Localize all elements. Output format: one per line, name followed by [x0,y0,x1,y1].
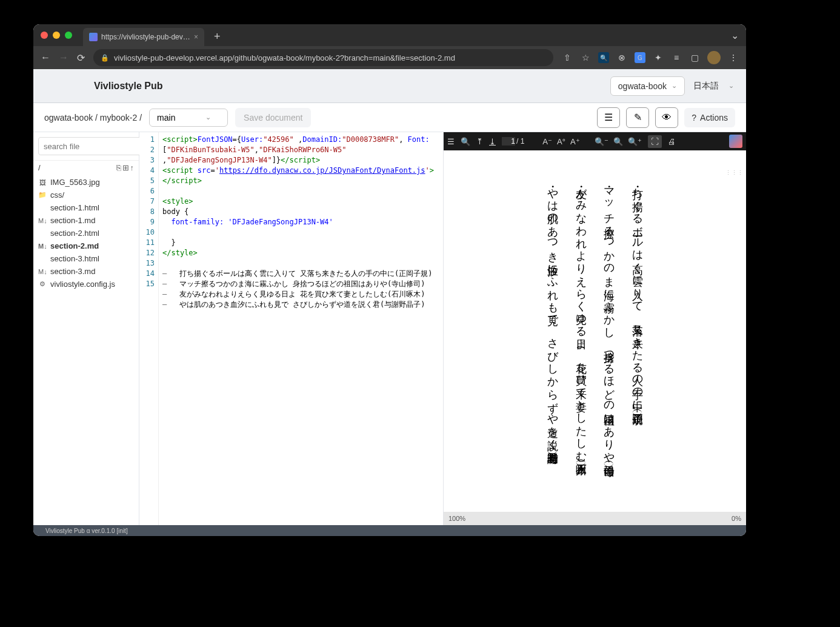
file-item[interactable]: 📁css/ [33,189,139,201]
hamburger-icon: ☰ [604,112,613,123]
file-type-icon: M↓ [38,217,47,224]
preview-button[interactable]: 👁 [655,107,678,128]
first-page-icon[interactable]: ⤒ [476,137,483,146]
edit-icon: ✎ [634,112,642,123]
upload-icon[interactable]: ↑ [130,163,135,172]
file-item[interactable]: section-3.html [33,252,139,265]
page-input[interactable] [502,137,515,146]
file-sidebar: ⟳ / ⎘ ⊞ ↑ 🖼IMG_5563.jpg📁css/section-1.ht… [33,132,139,525]
ext-icon-4[interactable]: ≡ [671,52,682,63]
preview-toolbar: ☰ 🔍 ⤒ ⤓ / 1 A⁻ A° A⁺ 🔍⁻ 🔍 🔍⁺ [444,132,746,150]
vivliostyle-logo-icon [729,135,742,148]
toc-icon[interactable]: ☰ [447,137,455,146]
ext-icon-1[interactable]: 🔍 [598,52,609,63]
actions-button[interactable]: ? Actions [684,108,735,127]
file-name: section-2.html [50,229,99,238]
extensions-icon[interactable]: ✦ [653,52,664,63]
file-name: IMG_5563.jpg [50,178,100,187]
zoom-fit-icon[interactable]: 🔍 [613,137,623,146]
file-name: section-3.html [50,254,99,263]
search-icon[interactable]: 🔍 [461,137,470,146]
bookmark-icon[interactable]: ☆ [580,52,591,63]
new-file-icon[interactable]: ⎘ [116,163,121,172]
tab-bar: https://vivliostyle-pub-develop × + ⌄ [33,24,746,46]
font-default-icon[interactable]: A° [557,137,565,146]
root-path: / [38,163,41,172]
edit-button[interactable]: ✎ [626,107,649,128]
app-header: Vivliostyle Pub ogwata-book ⌄ 日本語 ⌄ [33,69,746,103]
chevron-down-icon: ⌄ [205,113,211,121]
menu-button[interactable]: ☰ [597,107,620,128]
ext-icon-5[interactable]: ▢ [689,52,700,63]
fullscreen-icon[interactable]: ⛶ [648,135,662,148]
font-smaller-icon[interactable]: A⁻ [542,137,552,146]
share-icon[interactable]: ⇧ [562,52,573,63]
new-folder-icon[interactable]: ⊞ [122,163,129,172]
code-content[interactable]: <script>FontJSON={User:"42596" ,DomainID… [159,132,443,525]
maximize-window[interactable] [65,32,72,39]
zoom-left: 100% [448,515,465,522]
page-indicator: / 1 [502,137,524,146]
forward-button[interactable]: → [59,52,68,63]
menu-icon[interactable]: ⋮ [728,52,739,63]
help-icon: ? [692,113,696,122]
file-name: section-3.md [50,267,95,276]
browser-tab[interactable]: https://vivliostyle-pub-develop × [83,28,204,46]
tab-title: https://vivliostyle-pub-develop [101,33,190,41]
file-name: section-2.md [50,241,99,250]
brand-title: Vivliostyle Pub [94,81,163,92]
file-type-icon: 🖼 [38,179,47,186]
drag-handle-icon[interactable]: ⋮⋮⋮ [725,170,744,176]
print-icon[interactable]: 🖨 [668,137,676,146]
search-input[interactable] [38,137,151,155]
chevron-down-icon: ⌄ [672,82,677,90]
ext-icon-3[interactable]: G [635,52,645,63]
file-item[interactable]: 🖼IMG_5563.jpg [33,176,139,189]
reload-button[interactable]: ⟳ [77,52,85,64]
tabbar-overflow-icon[interactable]: ⌄ [731,30,739,41]
actions-label: Actions [700,113,728,122]
address-bar[interactable]: 🔒 vivliostyle-pub-develop.vercel.app/git… [93,49,553,66]
file-name: section-1.html [50,203,99,212]
lock-icon: 🔒 [101,54,109,62]
file-list: 🖼IMG_5563.jpg📁css/section-1.htmlM↓sectio… [33,175,139,292]
file-name: vivliostyle.config.js [50,280,115,289]
close-window[interactable] [41,32,48,39]
language-selector[interactable]: 日本語 ⌄ [693,81,734,92]
new-tab-button[interactable]: + [209,30,225,43]
zoom-out-icon[interactable]: 🔍⁻ [595,137,608,146]
file-name: css/ [50,190,64,200]
branch-selector[interactable]: main ⌄ [149,109,228,127]
app-toolbar: ogwata-book / mybook-2 / main ⌄ Save doc… [33,103,746,132]
profile-avatar[interactable] [707,51,721,64]
status-text: Vivliostyle Pub α ver.0.1.0 [init] [45,528,128,534]
file-item[interactable]: M↓section-3.md [33,265,139,278]
path-row: / ⎘ ⊞ ↑ [33,161,139,175]
file-item[interactable]: M↓section-1.md [33,214,139,227]
status-bar: Vivliostyle Pub α ver.0.1.0 [init] [33,525,746,536]
branch-name: main [157,113,175,122]
back-button[interactable]: ← [41,52,50,63]
repo-selector[interactable]: ogwata-book ⌄ [610,76,685,96]
file-item[interactable]: M↓section-2.md [33,240,139,252]
file-item[interactable]: section-2.html [33,227,139,240]
close-tab-icon[interactable]: × [194,33,198,41]
preview-content: ・打ち揚ぐるボールは高く雲に入りて 又落ち来きたる人の手の中に（正岡子規）・マッ… [538,181,652,500]
file-type-icon: M↓ [38,268,47,275]
zoom-in-icon[interactable]: 🔍⁺ [628,137,642,146]
file-item[interactable]: section-1.html [33,201,139,214]
file-item[interactable]: ⚙vivliostyle.config.js [33,278,139,290]
file-type-icon: 📁 [38,191,47,199]
chevron-down-icon: ⌄ [728,82,734,90]
prev-page-icon[interactable]: ⤓ [489,137,496,146]
language-label: 日本語 [693,81,719,92]
file-type-icon: ⚙ [38,280,47,288]
save-button[interactable]: Save document [235,108,311,127]
page-total: / 1 [516,137,524,146]
minimize-window[interactable] [53,32,60,39]
font-larger-icon[interactable]: A⁺ [570,137,580,146]
code-editor[interactable]: 123456789101112131415 <script>FontJSON={… [139,132,443,525]
ext-icon-2[interactable]: ⊗ [616,52,627,63]
url-bar: ← → ⟳ 🔒 vivliostyle-pub-develop.vercel.a… [33,46,746,69]
browser-window: https://vivliostyle-pub-develop × + ⌄ ← … [33,24,746,536]
